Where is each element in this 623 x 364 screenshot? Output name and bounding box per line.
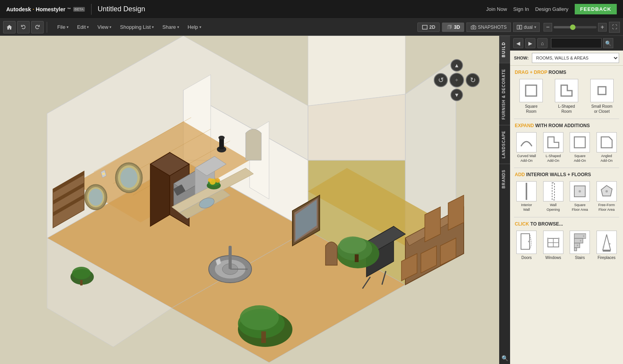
click-label: TO BROWSE... [530, 221, 563, 227]
walls-floors-grid: InteriorWall WallOpening SquareFloor Are… [510, 180, 623, 217]
side-tabs: BUILD FURNISH & DECORATE LANDSCAPE BRAND… [499, 36, 510, 364]
zoom-thumb[interactable] [570, 24, 575, 30]
doors-item[interactable]: Doors [514, 231, 539, 260]
svg-rect-0 [422, 25, 427, 29]
title-separator [91, 4, 92, 15]
furnish-tab[interactable]: FURNISH & DECORATE [499, 63, 510, 125]
build-tab[interactable]: BUILD [499, 36, 510, 63]
rooms-grid: SquareRoom L-ShapedRoom Small Roomor Clo… [510, 77, 623, 119]
sidebar-search-icon[interactable]: 🔍 [499, 352, 510, 364]
svg-marker-16 [308, 36, 405, 106]
small-room-item[interactable]: Small Roomor Closet [585, 79, 618, 114]
svg-point-62 [72, 267, 91, 279]
menu-help[interactable]: Help ▾ [184, 23, 205, 32]
square-floor-label: SquareFloor Area [572, 203, 588, 212]
svg-rect-107 [574, 238, 583, 243]
svg-rect-63 [80, 280, 83, 285]
curved-wall-item[interactable]: Curved WallAdd-On [514, 132, 539, 163]
angled-addon-item[interactable]: AngledAdd-On [594, 132, 619, 163]
interior-wall-icon [516, 181, 537, 201]
svg-rect-5 [520, 25, 522, 29]
additions-grid: Curved WallAdd-On L-ShapedAdd-On SquareA… [510, 131, 623, 168]
show-select[interactable]: ROOMS, WALLS & AREAS ALL FLOORS ONLY [532, 53, 619, 63]
svg-point-96 [579, 190, 581, 192]
zoom-in-button[interactable]: + [598, 23, 607, 32]
rotate-right-button[interactable]: ↻ [466, 73, 480, 87]
brands-tab[interactable]: BRANDS [499, 164, 510, 194]
right-view-controls: 2D 3D SNAPSHOTS dual ▾ − + ⛶ [417, 22, 620, 33]
panel-forward-button[interactable]: ▶ [525, 38, 535, 48]
drag-drop-label: ROOMS [549, 70, 566, 75]
rotate-left-button[interactable]: ↺ [434, 73, 448, 87]
dot: · [33, 6, 34, 12]
doors-icon [516, 231, 537, 254]
nav-up-button[interactable]: ▲ [451, 59, 463, 72]
fullscreen-button[interactable]: ⛶ [609, 22, 620, 33]
windows-icon [543, 231, 563, 254]
redo-button[interactable] [31, 21, 44, 33]
svg-point-104 [547, 238, 549, 239]
join-now-link[interactable]: Join Now [486, 6, 507, 12]
freeform-floor-item[interactable]: Free-FormFloor Area [594, 181, 619, 212]
zoom-slider-track[interactable] [554, 26, 597, 28]
fireplaces-item[interactable]: Fireplaces [594, 231, 619, 260]
menu-shopping-list[interactable]: Shopping List ▾ [116, 23, 158, 32]
menu-view[interactable]: View ▾ [93, 23, 115, 32]
menu-share[interactable]: Share ▾ [158, 23, 183, 32]
l-shaped-addon-label: L-ShapedAdd-On [546, 154, 561, 163]
panel-top-nav: ◀ ▶ ⌂ 🔍 [510, 36, 623, 51]
panel-home-button[interactable]: ⌂ [537, 38, 547, 48]
menu-file[interactable]: File ▾ [53, 23, 72, 32]
stairs-item[interactable]: Stairs [567, 231, 593, 260]
angled-addon-label: AngledAdd-On [600, 154, 612, 163]
snapshots-button[interactable]: SNAPSHOTS [466, 23, 511, 32]
interior-wall-item[interactable]: InteriorWall [514, 181, 539, 212]
svg-rect-109 [574, 248, 577, 251]
panel-search-submit[interactable]: 🔍 [603, 38, 613, 48]
click-highlight: CLICK [515, 221, 529, 227]
square-addon-item[interactable]: SquareAdd-On [567, 132, 593, 163]
view-3d-button[interactable]: 3D [442, 23, 464, 32]
menu-edit[interactable]: Edit ▾ [73, 23, 93, 32]
l-shaped-room-label: L-ShapedRoom [558, 104, 575, 114]
panel-search-input[interactable] [551, 38, 602, 48]
l-shaped-room-item[interactable]: L-ShapedRoom [550, 79, 583, 114]
nav-center-button[interactable]: ✛ [449, 73, 464, 88]
fireplaces-icon [597, 231, 617, 254]
undo-button[interactable] [17, 21, 30, 33]
autodesk-text: Autodesk [6, 6, 31, 12]
right-panel-wrapper: BUILD FURNISH & DECORATE LANDSCAPE BRAND… [499, 36, 623, 364]
landscape-tab[interactable]: LANDSCAPE [499, 125, 510, 164]
sign-in-link[interactable]: Sign In [513, 6, 529, 12]
wall-opening-item[interactable]: WallOpening [541, 181, 566, 212]
square-room-label: SquareRoom [525, 104, 537, 114]
svg-rect-2 [471, 26, 476, 29]
small-room-icon [590, 79, 614, 102]
stairs-label: Stairs [575, 256, 585, 260]
svg-point-110 [583, 235, 584, 237]
svg-point-77 [339, 236, 366, 254]
square-floor-icon [570, 181, 590, 201]
svg-rect-78 [355, 254, 359, 262]
square-room-item[interactable]: SquareRoom [515, 79, 548, 114]
navigation-controls: ▲ ↺ ✛ ↻ ▼ [434, 59, 480, 101]
svg-rect-89 [598, 87, 606, 94]
svg-point-30 [120, 168, 137, 188]
square-floor-item[interactable]: SquareFloor Area [567, 181, 593, 212]
svg-point-105 [558, 238, 560, 239]
nav-down-button[interactable]: ▼ [451, 89, 463, 101]
zoom-out-button[interactable]: − [544, 23, 552, 32]
design-gallery-link[interactable]: Design Gallery [535, 6, 568, 12]
view-2d-button[interactable]: 2D [417, 23, 440, 32]
main-content: ▲ ↺ ✛ ↻ ▼ BUILD FURNISH & DECORATE LANDS… [0, 36, 623, 364]
panel-search-container: 🔍 [551, 38, 613, 48]
canvas-area[interactable]: ▲ ↺ ✛ ↻ ▼ [0, 36, 499, 364]
beta-badge: BETA [73, 7, 85, 12]
curved-wall-icon [516, 132, 537, 152]
l-shaped-addon-item[interactable]: L-ShapedAdd-On [541, 132, 566, 163]
dual-button[interactable]: dual ▾ [513, 23, 540, 32]
panel-back-button[interactable]: ◀ [513, 38, 523, 48]
feedback-button[interactable]: FEEDBACK [575, 4, 617, 14]
home-button[interactable] [3, 21, 16, 33]
windows-item[interactable]: Windows [541, 231, 566, 260]
